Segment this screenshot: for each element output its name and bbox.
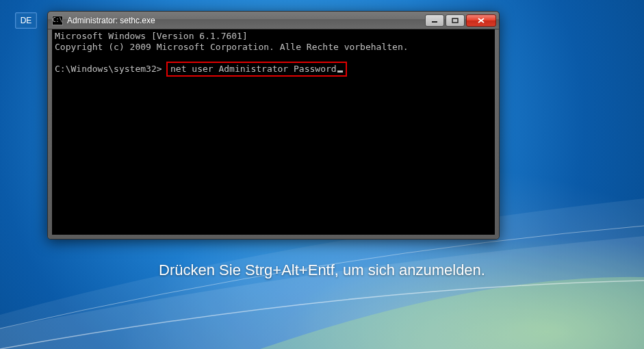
terminal-command: net user Administrator Password [170,64,337,74]
login-instruction-text: Drücken Sie Strg+Alt+Entf, um sich anzum… [0,261,644,279]
window-titlebar[interactable]: C:\ Administrator: sethc.exe [48,12,499,29]
window-frame: Microsoft Windows [Version 6.1.7601] Cop… [48,29,499,239]
command-prompt-window[interactable]: C:\ Administrator: sethc.exe Microsoft W [47,11,500,240]
desktop-background: DE Drücken Sie Strg+Alt+Entf, um sich an… [0,0,644,349]
window-title: Administrator: sethc.exe [67,16,425,25]
terminal-line: Microsoft Windows [Version 6.1.7601] [55,31,248,41]
window-control-buttons [425,14,496,27]
text-caret [337,70,343,73]
close-button[interactable] [466,14,496,27]
minimize-button[interactable] [425,14,444,27]
terminal-output[interactable]: Microsoft Windows [Version 6.1.7601] Cop… [52,29,495,235]
terminal-prompt: C:\Windows\system32> [55,64,162,74]
maximize-button[interactable] [446,14,465,27]
minimize-icon [431,18,438,23]
cmd-icon: C:\ [52,16,63,25]
close-icon [477,17,485,24]
language-indicator[interactable]: DE [15,12,37,29]
maximize-icon [452,18,459,23]
svg-rect-0 [432,21,437,23]
highlighted-command-box: net user Administrator Password [166,62,347,77]
svg-rect-1 [452,18,458,23]
terminal-line: Copyright (c) 2009 Microsoft Corporation… [55,42,409,52]
